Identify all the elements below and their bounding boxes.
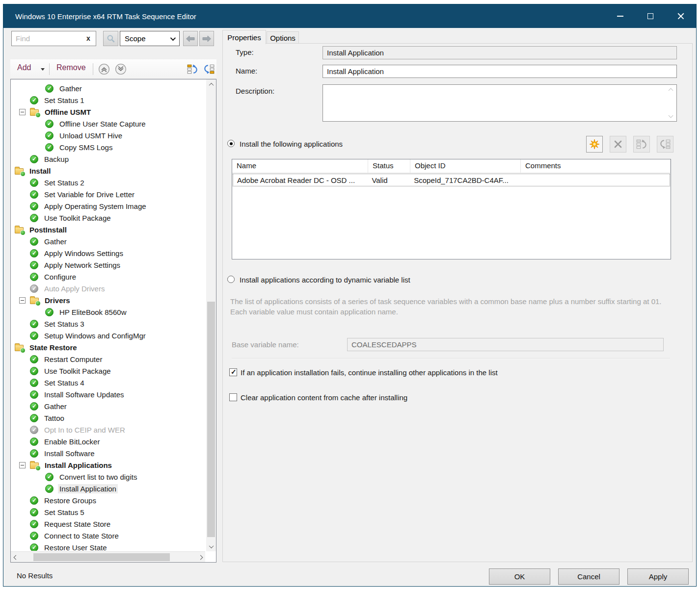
tree-step-apply-operating-system-image[interactable]: Apply Operating System Image [11, 200, 206, 212]
tree-step-restore-groups[interactable]: Restore Groups [11, 494, 206, 506]
scroll-down-button[interactable] [206, 541, 216, 551]
tree-step-install-application[interactable]: Install Application [11, 483, 206, 494]
tab-options[interactable]: Options [267, 31, 299, 44]
tree-step-request-state-store[interactable]: Request State Store [11, 518, 206, 530]
tree-step-enable-bitlocker[interactable]: Enable BitLocker [11, 436, 206, 447]
tree-step-unload-usmt-hive[interactable]: Unload USMT Hive [11, 129, 206, 141]
column-header-name[interactable]: Name [232, 159, 368, 173]
scroll-down-icon[interactable] [669, 114, 674, 119]
tree-step-connect-to-state-store[interactable]: Connect to State Store [11, 530, 206, 541]
collapse-toggle-icon[interactable] [19, 297, 26, 304]
tree-step-setup-windows-and-configmgr[interactable]: Setup Windows and ConfigMgr [11, 330, 206, 341]
scroll-left-button[interactable] [11, 552, 21, 562]
scope-dropdown[interactable]: Scope [120, 31, 180, 46]
move-step-down-button[interactable] [203, 63, 215, 76]
find-clear-button[interactable]: x [83, 33, 93, 44]
tree-step-opt-in-to-ceip-and-wer[interactable]: Opt In to CEIP and WER [11, 424, 206, 436]
check-icon [30, 190, 38, 199]
clear-cache-checkbox[interactable] [229, 393, 237, 401]
search-button[interactable] [103, 31, 118, 46]
tree-vertical-scrollbar[interactable] [206, 79, 216, 551]
tab-properties[interactable]: Properties [222, 30, 266, 44]
tree-step-backup[interactable]: Backup [11, 153, 206, 165]
minimize-button[interactable] [605, 4, 635, 28]
tree-step-hp-elitebook-8560w[interactable]: HP EliteBook 8560w [11, 306, 206, 318]
tree-step-use-toolkit-package[interactable]: Use Toolkit Package [11, 365, 206, 377]
tree-step-offline-user-state-capture[interactable]: Offline User State Capture [11, 118, 206, 129]
maximize-button[interactable] [635, 4, 666, 28]
scroll-right-button[interactable] [195, 552, 205, 562]
tree-step-restart-computer[interactable]: Restart Computer [11, 353, 206, 365]
dynamic-variable-list-radio[interactable] [227, 276, 235, 283]
find-previous-button[interactable] [183, 31, 198, 46]
expand-all-button[interactable] [114, 63, 127, 76]
add-dropdown-caret-icon[interactable] [41, 68, 45, 71]
tree-step-apply-windows-settings[interactable]: Apply Windows Settings [11, 247, 206, 259]
move-application-down-button[interactable] [657, 136, 673, 153]
tree-step-install-software-updates[interactable]: Install Software Updates [11, 388, 206, 400]
tree-group-postinstall[interactable]: PostInstall [11, 224, 206, 235]
tree-step-copy-sms-logs[interactable]: Copy SMS Logs [11, 141, 206, 153]
scroll-up-button[interactable] [206, 79, 216, 89]
name-field[interactable] [323, 65, 677, 78]
tree-group-install-applications[interactable]: Install Applications [11, 459, 206, 471]
scroll-up-icon[interactable] [669, 87, 674, 92]
base-variable-name-label: Base variable name: [232, 340, 299, 349]
tree-step-auto-apply-drivers[interactable]: Auto Apply Drivers [11, 283, 206, 294]
tree-group-state-restore[interactable]: State Restore [11, 341, 206, 353]
install-following-apps-label: Install the following applications [240, 140, 343, 148]
collapse-toggle-icon[interactable] [19, 109, 26, 115]
check-icon [45, 84, 54, 93]
description-field[interactable] [323, 84, 677, 122]
application-cell: ScopeId_717CA2BD-C4AF... [410, 176, 520, 184]
delete-application-button[interactable] [610, 136, 626, 153]
column-header-comments[interactable]: Comments [521, 159, 671, 173]
tree-step-set-status-5[interactable]: Set Status 5 [11, 506, 206, 518]
tree-step-restore-user-state[interactable]: Restore User State [11, 541, 206, 551]
remove-button[interactable]: Remove [56, 63, 86, 72]
install-following-apps-radio[interactable] [227, 140, 235, 147]
tree-step-set-status-2[interactable]: Set Status 2 [11, 177, 206, 188]
tree-step-gather[interactable]: Gather [11, 235, 206, 247]
continue-on-fail-checkbox[interactable] [229, 368, 237, 376]
tree-step-set-status-4[interactable]: Set Status 4 [11, 377, 206, 388]
ok-button[interactable]: OK [489, 568, 550, 585]
tree-step-set-status-1[interactable]: Set Status 1 [11, 94, 206, 106]
tree-step-gather[interactable]: Gather [11, 82, 206, 94]
tree-step-configure[interactable]: Configure [11, 271, 206, 283]
horizontal-scroll-thumb[interactable] [33, 553, 170, 561]
move-step-up-button[interactable] [186, 63, 199, 76]
vertical-scroll-thumb[interactable] [207, 302, 215, 537]
tree-group-offline-usmt[interactable]: Offline USMT [11, 106, 206, 118]
tree-horizontal-scrollbar[interactable] [11, 551, 205, 562]
add-application-button[interactable] [586, 136, 603, 153]
tree-step-install-software[interactable]: Install Software [11, 447, 206, 459]
tree-step-apply-network-settings[interactable]: Apply Network Settings [11, 259, 206, 271]
tree-group-drivers[interactable]: Drivers [11, 294, 206, 306]
tree-item-label: Install Applications [43, 461, 113, 470]
type-value: Install Application [327, 49, 384, 57]
applications-table[interactable]: NameStatusObject IDComments Adobe Acroba… [232, 159, 671, 259]
tree-step-set-variable-for-drive-letter[interactable]: Set Variable for Drive Letter [11, 188, 206, 200]
cancel-button[interactable]: Cancel [558, 568, 619, 585]
collapse-toggle-icon[interactable] [19, 462, 26, 468]
tree-step-gather[interactable]: Gather [11, 400, 206, 412]
maximize-icon [647, 13, 653, 19]
tree-group-install[interactable]: Install [11, 165, 206, 177]
column-header-status[interactable]: Status [368, 159, 410, 173]
collapse-all-button[interactable] [98, 63, 110, 76]
find-next-button[interactable] [199, 31, 214, 46]
apply-button[interactable]: Apply [627, 568, 689, 585]
dynamic-variable-help-text: The list of applications consists of a s… [230, 296, 676, 317]
close-button[interactable] [666, 4, 696, 28]
tree-step-convert-list-to-two-digits[interactable]: Convert list to two digits [11, 471, 206, 483]
tree-step-tattoo[interactable]: Tattoo [11, 412, 206, 424]
application-row[interactable]: Adobe Acrobat Reader DC - OSD ...ValidSc… [233, 174, 670, 186]
move-application-up-button[interactable] [633, 136, 650, 153]
tree-item-label: Restore User State [43, 543, 108, 551]
add-button[interactable]: Add [17, 63, 31, 72]
column-header-object-id[interactable]: Object ID [410, 159, 521, 173]
tree-item-label: Apply Network Settings [43, 260, 122, 270]
tree-step-set-status-3[interactable]: Set Status 3 [11, 318, 206, 330]
tree-step-use-toolkit-package[interactable]: Use Toolkit Package [11, 212, 206, 224]
